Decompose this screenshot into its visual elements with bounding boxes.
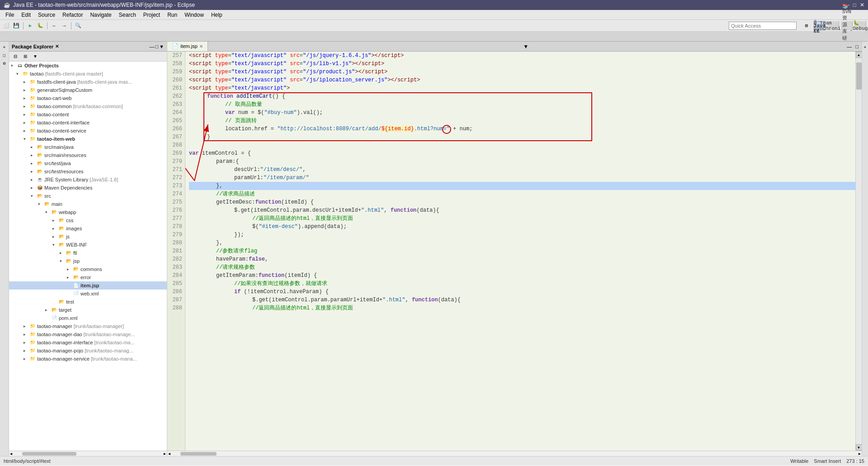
tree-item-manager-pojo[interactable]: ▸ 📁 taotao-manager-pojo [trunk/taotao-ma… — [9, 347, 167, 355]
left-icon-2[interactable]: ◻ — [1, 52, 8, 59]
tree-item-main[interactable]: ▾ 📂 main — [9, 200, 167, 208]
tree-item-content[interactable]: ▸ 📁 taotao-content — [9, 110, 167, 119]
tree-item-manager[interactable]: ▸ 📁 taotao-manager [trunk/taotao-manager… — [9, 322, 167, 330]
menu-edit[interactable]: Edit — [18, 11, 34, 19]
perspective-open[interactable]: ⊞ — [801, 21, 812, 30]
tree-item-test[interactable]: 📂 test — [9, 298, 167, 306]
tree-item-item-jsp[interactable]: 📄 item.jsp — [9, 281, 167, 290]
menu-file[interactable]: File — [2, 11, 18, 19]
code-line-284: getItemParam:function(itemId) { — [189, 271, 855, 280]
pe-collapse-all[interactable]: ⊟ — [11, 52, 20, 61]
tree-item-src-main-res[interactable]: ▸ 📂 src/main/resources — [9, 151, 167, 159]
menu-project[interactable]: Project — [140, 11, 164, 19]
perspective-debug[interactable]: 🐛 Debug — [854, 21, 866, 30]
new-button[interactable]: ⬜ — [2, 21, 11, 30]
menu-search[interactable]: Search — [115, 11, 140, 19]
menu-source[interactable]: Source — [34, 11, 59, 19]
menu-run[interactable]: Run — [164, 11, 181, 19]
pe-link-editor[interactable]: ⊞ — [21, 52, 30, 61]
tree-item-jsp[interactable]: ▾ 📂 jsp — [9, 257, 167, 265]
quick-access[interactable] — [729, 22, 797, 30]
toolbar-separator-1 — [23, 22, 24, 29]
editor-maximize-btn[interactable]: □ — [854, 44, 860, 49]
tree-item-content-interface[interactable]: ▸ 📁 taotao-content-interface — [9, 119, 167, 127]
left-icon-3[interactable]: ⚙ — [1, 60, 8, 67]
menu-navigate[interactable]: Navigate — [86, 11, 115, 19]
pe-close-icon[interactable]: ✕ — [55, 44, 59, 49]
tree-item-ftl[interactable]: ▸ 📂 ftl — [9, 249, 167, 257]
perspective-svn[interactable]: 📚 SVN 资源库研究 — [841, 21, 853, 30]
code-line-258: <script type="text/javascript" src="/js/… — [189, 60, 855, 68]
pe-header-title: Package Explorer ✕ — [12, 44, 59, 49]
tree-item-commons[interactable]: ▸ 📂 commons — [9, 265, 167, 273]
tree-item-common[interactable]: ▸ 📁 taotao-common [trunk/taotao-common] — [9, 102, 167, 110]
tree-item-src[interactable]: ▾ 📂 src — [9, 192, 167, 200]
tree-item-css[interactable]: ▸ 📂 css — [9, 216, 167, 224]
pe-scroll-thumb[interactable] — [22, 452, 76, 456]
vscroll-thumb[interactable] — [856, 62, 862, 90]
tree-item-src-main-java[interactable]: ▸ 📂 src/main/java — [9, 143, 167, 151]
editor-minimize-btn[interactable]: — — [845, 44, 853, 49]
left-icon-1[interactable]: ≡ — [1, 43, 8, 51]
editor-tab-item-jsp[interactable]: 📄 item.jsp ✕ — [167, 42, 208, 51]
pe-menu-btn[interactable]: ▼ — [159, 44, 164, 49]
menu-window[interactable]: Window — [181, 11, 208, 19]
code-editor[interactable]: 257 258 259 260 261 262 263 264 265 266 … — [167, 52, 862, 451]
tree-item-pom-xml[interactable]: 📄 pom.xml — [9, 314, 167, 322]
menu-help[interactable]: Help — [208, 11, 226, 19]
vscroll-down-btn[interactable]: ▼ — [856, 444, 862, 451]
debug-button[interactable]: 🐛 — [36, 21, 45, 30]
tree-item-target[interactable]: ▸ 📂 target — [9, 306, 167, 314]
code-content[interactable]: <script type="text/javascript" src="/js/… — [185, 52, 855, 451]
tree-item-webapp[interactable]: ▾ 📂 webapp — [9, 208, 167, 216]
tree-item-images[interactable]: ▸ 📂 images — [9, 224, 167, 233]
tree-item-src-test-java[interactable]: ▸ 📂 src/test/java — [9, 159, 167, 167]
tree-item-webinf[interactable]: ▾ 📂 WEB-INF — [9, 241, 167, 249]
pe-horizontal-scrollbar[interactable]: ◂ ▸ — [9, 451, 167, 456]
hscroll-right-btn[interactable]: ▸ — [858, 451, 862, 456]
pe-scroll-left[interactable]: ◂ — [9, 451, 13, 456]
tree-item-js[interactable]: ▸ 📂 js — [9, 233, 167, 241]
editor-horizontal-scrollbar[interactable]: ◂ ▸ — [167, 451, 862, 456]
quick-access-input[interactable] — [729, 22, 797, 30]
tree-item-generator[interactable]: ▸ 📁 generatorSqlmapCustom — [9, 86, 167, 94]
editor-tab-expand[interactable]: ▼ — [521, 42, 530, 51]
pe-minimize-btn[interactable]: — — [149, 44, 154, 49]
maximize-button[interactable]: □ — [853, 2, 856, 8]
tree-item-maven[interactable]: ▸ 📦 Maven Dependencies — [9, 184, 167, 192]
tree-item-web-xml[interactable]: 📄 web.xml — [9, 290, 167, 298]
perspective-team-sync[interactable]: ⇄ Team Synchronizing — [827, 21, 839, 30]
tree-item-other-projects[interactable]: ▾ 🗂 Other Projects — [9, 62, 167, 70]
code-line-279: }); — [189, 231, 855, 239]
editor-vertical-scrollbar[interactable]: ▲ ▼ — [855, 52, 862, 451]
hscroll-left-btn[interactable]: ◂ — [167, 451, 171, 456]
tree-item-manager-service[interactable]: ▸ 📁 taotao-manager-service [trunk/taotao… — [9, 355, 167, 363]
tree-item-manager-interface[interactable]: ▸ 📁 taotao-manager-interface [trunk/taot… — [9, 338, 167, 347]
tree-item-fastdfs[interactable]: ▸ 📁 fastdfs-client-java [fastdfs-client-… — [9, 78, 167, 86]
tree-item-cart-web[interactable]: ▸ 📁 taotao-cart-web — [9, 94, 167, 102]
tree-item-taotao[interactable]: ▾ 📁 taotao [fastdfs-client-java master] — [9, 70, 167, 78]
tree-item-error[interactable]: ▸ 📂 error — [9, 273, 167, 281]
pe-view-menu[interactable]: ▼ — [31, 52, 40, 61]
pe-scroll-right[interactable]: ▸ — [163, 451, 167, 456]
tree-item-src-test-res[interactable]: ▸ 📂 src/test/resources — [9, 167, 167, 176]
right-icon-1[interactable]: ≡ — [862, 43, 868, 51]
search-button[interactable]: 🔍 — [74, 21, 83, 30]
editor-tab-close[interactable]: ✕ — [199, 44, 203, 49]
tree-item-item-web[interactable]: ▾ 📁 taotao-item-web — [9, 135, 167, 143]
run-button[interactable]: ▶ — [26, 21, 35, 30]
next-edit-button[interactable]: → — [60, 21, 69, 30]
close-button[interactable]: ✕ — [860, 2, 864, 8]
code-line-280: }, — [189, 239, 855, 247]
tree-item-jre[interactable]: ▸ ☕ JRE System Library [JavaSE-1.8] — [9, 176, 167, 184]
pe-maximize-btn[interactable]: □ — [155, 44, 158, 49]
save-button[interactable]: 💾 — [12, 21, 21, 30]
hscroll-thumb[interactable] — [180, 452, 217, 456]
tree-item-manager-dao[interactable]: ▸ 📁 taotao-manager-dao [trunk/taotao-man… — [9, 330, 167, 338]
vscroll-track[interactable] — [856, 58, 862, 444]
prev-edit-button[interactable]: ← — [50, 21, 59, 30]
vscroll-up-btn[interactable]: ▲ — [856, 52, 862, 58]
tree-item-content-service[interactable]: ▸ 📁 taotao-content-service — [9, 127, 167, 135]
menu-refactor[interactable]: Refactor — [59, 11, 86, 19]
code-line-260: <script type="text/javascript" src="/js/… — [189, 76, 855, 84]
